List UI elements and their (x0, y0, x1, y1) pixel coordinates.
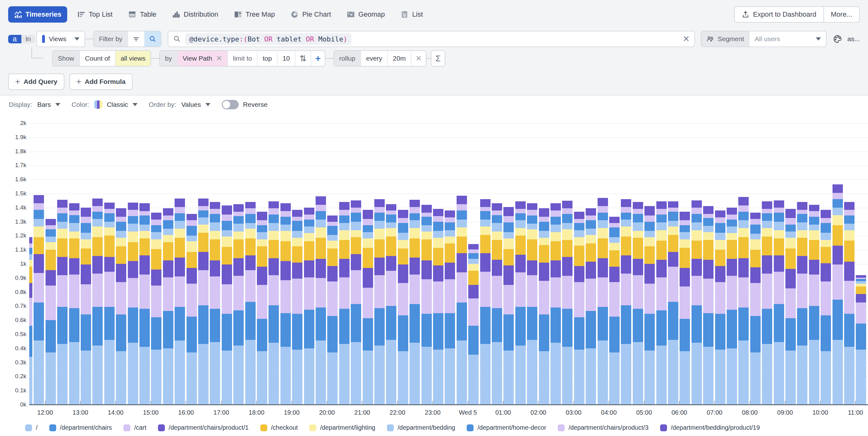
stacked-bar[interactable] (633, 202, 643, 405)
tab-geomap[interactable]: Geomap (341, 6, 390, 23)
stacked-bar[interactable] (69, 203, 80, 405)
stacked-bar[interactable] (503, 207, 514, 405)
stacked-bar[interactable] (45, 219, 56, 405)
stacked-bar[interactable] (492, 203, 502, 405)
stacked-bar[interactable] (57, 200, 67, 405)
stacked-bar[interactable] (398, 210, 408, 405)
order-by-dropdown[interactable]: Values (181, 101, 210, 108)
rollup-interval-input[interactable]: 20m (387, 51, 411, 66)
stacked-bar[interactable] (762, 201, 772, 405)
stacked-bar[interactable] (210, 202, 220, 405)
stacked-bar[interactable] (480, 199, 491, 405)
stacked-bar[interactable] (257, 212, 267, 405)
stacked-bar[interactable] (327, 216, 338, 405)
stacked-bar[interactable] (785, 209, 796, 405)
search-input[interactable]: @device.type:(Bot OR tablet OR Mobile) ✕ (168, 31, 695, 47)
stacked-bar[interactable] (116, 208, 126, 405)
stacked-bar[interactable] (750, 213, 761, 405)
display-type-dropdown[interactable]: Bars (37, 101, 60, 108)
search-mode-button[interactable] (144, 31, 161, 46)
legend-item[interactable]: /department/bedding (387, 424, 455, 431)
tab-distribution[interactable]: Distribution (166, 6, 224, 23)
stacked-bar[interactable] (351, 200, 361, 405)
tab-table[interactable]: Table (122, 6, 162, 23)
stacked-bar[interactable] (280, 203, 291, 405)
stacked-bar[interactable] (374, 199, 385, 405)
stacked-bar[interactable] (703, 206, 713, 405)
stacked-bar[interactable] (691, 200, 702, 405)
legend-item[interactable]: /department/chairs/product/1 (158, 424, 249, 431)
tab-timeseries[interactable]: Timeseries (8, 6, 67, 23)
limit-direction-dropdown[interactable]: top (257, 51, 277, 66)
stacked-bar[interactable] (621, 199, 631, 405)
legend-item[interactable]: /checkout (260, 424, 298, 431)
stacked-bar[interactable] (727, 208, 737, 405)
group-by-chip[interactable]: View Path ✕ (177, 51, 227, 66)
add-query-button[interactable]: + Add Query (8, 73, 64, 90)
stacked-bar[interactable] (92, 198, 103, 405)
stacked-bar[interactable] (128, 203, 138, 405)
add-group-by-button[interactable]: + (311, 51, 325, 66)
stacked-bar[interactable] (656, 201, 667, 405)
stacked-bar[interactable] (245, 202, 256, 405)
clear-search-icon[interactable]: ✕ (683, 35, 690, 43)
stacked-bar[interactable] (175, 198, 185, 405)
query-letter-badge[interactable]: a (8, 35, 21, 43)
stacked-bar[interactable] (715, 211, 725, 405)
stacked-bar[interactable] (339, 202, 349, 405)
stacked-bar[interactable] (539, 208, 549, 405)
stacked-bar[interactable] (598, 198, 608, 405)
legend-item[interactable]: /department/lighting (309, 424, 375, 431)
tab-top-list[interactable]: Top List (71, 6, 118, 23)
stacked-bar[interactable] (163, 208, 173, 405)
as-truncated-label[interactable]: as... (847, 35, 860, 43)
legend-item[interactable]: / (25, 424, 38, 431)
stacked-bar[interactable] (198, 198, 209, 405)
stacked-bar[interactable] (609, 217, 620, 405)
stacked-bar[interactable] (774, 200, 784, 405)
sort-order-button[interactable]: ⇅ (295, 51, 311, 66)
stacked-bar[interactable] (833, 184, 843, 405)
stacked-bar[interactable] (233, 204, 244, 405)
stacked-bar[interactable] (562, 201, 572, 405)
remove-group-by-icon[interactable]: ✕ (216, 55, 222, 62)
stacked-bar[interactable] (433, 209, 443, 405)
source-dropdown[interactable]: Views (36, 31, 85, 47)
stacked-bar[interactable] (304, 208, 314, 405)
color-palette-dropdown[interactable]: Classic (94, 100, 137, 109)
stacked-bar[interactable] (292, 210, 302, 405)
stacked-bar[interactable] (422, 205, 432, 405)
stacked-bar[interactable] (187, 214, 197, 405)
legend-item[interactable]: /cart (123, 424, 146, 431)
tab-pie-chart[interactable]: Pie Chart (285, 6, 337, 23)
legend-item[interactable]: /department/chairs (49, 424, 112, 431)
stacked-bar[interactable] (586, 208, 596, 405)
aggregate-function-button[interactable]: Σ (432, 51, 445, 66)
stacked-bar[interactable] (29, 237, 32, 405)
stacked-bar[interactable] (269, 201, 279, 405)
stacked-bar[interactable] (363, 210, 373, 405)
limit-value-input[interactable]: 10 (277, 51, 295, 66)
stacked-bar[interactable] (457, 196, 467, 405)
stacked-bar[interactable] (527, 203, 537, 405)
stacked-bar[interactable] (820, 210, 831, 405)
stacked-bar[interactable] (644, 206, 655, 405)
stacked-bar[interactable] (856, 275, 866, 405)
stacked-bar[interactable] (151, 213, 161, 405)
query-token[interactable]: @device.type:(Bot OR tablet OR Mobile) (185, 33, 351, 45)
measure-chip[interactable]: all views (115, 51, 150, 66)
stacked-bar[interactable] (409, 200, 420, 405)
stacked-bar[interactable] (844, 202, 855, 405)
reverse-toggle[interactable] (222, 100, 239, 109)
tab-list[interactable]: List (395, 6, 428, 23)
stacked-bar[interactable] (316, 196, 326, 405)
stacked-bar[interactable] (386, 204, 396, 405)
add-formula-button[interactable]: + Add Formula (69, 73, 132, 90)
tab-tree-map[interactable]: Tree Map (228, 6, 280, 23)
export-to-dashboard-button[interactable]: Export to Dashboard (735, 7, 824, 22)
stacked-bar[interactable] (34, 195, 44, 405)
palette-button[interactable] (833, 34, 842, 44)
legend-item[interactable]: /department/bedding/product/19 (660, 424, 760, 431)
stacked-bar[interactable] (468, 244, 478, 405)
stacked-bar[interactable] (140, 203, 150, 405)
